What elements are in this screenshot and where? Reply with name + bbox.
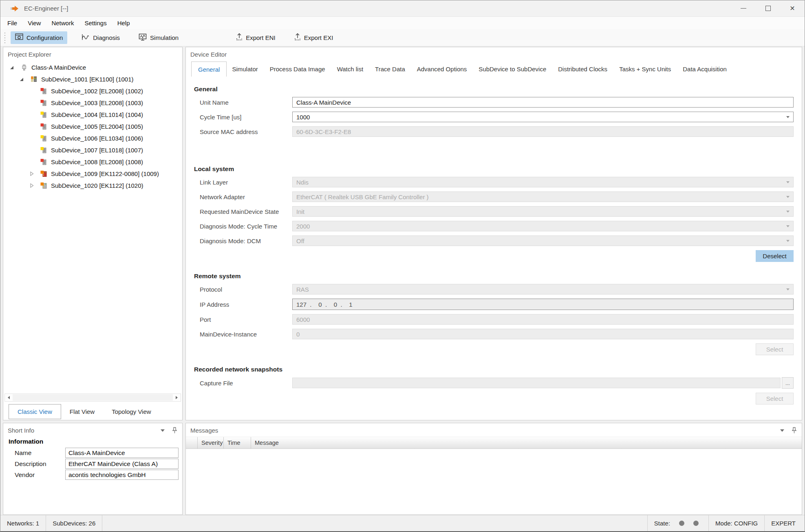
export-icon xyxy=(236,33,243,42)
tab-distributed-clocks[interactable]: Distributed Clocks xyxy=(558,62,607,77)
ip-address-field[interactable]: 127 . 0 . 0 . 1 xyxy=(292,299,794,310)
column-header-severity[interactable]: Severity xyxy=(198,437,224,448)
tree-item[interactable]: SubDevice_1008 [EL2008] (1008) xyxy=(3,156,182,168)
expander-placeholder xyxy=(28,147,35,154)
tree-item[interactable]: SubDevice_1005 [EL2004] (1005) xyxy=(3,121,182,132)
form-row: IP Address127 . 0 . 0 . 1 xyxy=(194,299,794,310)
view-tab-topology-view[interactable]: Topology View xyxy=(103,404,159,419)
tree-item[interactable]: SubDevice_1004 [EL1014] (1004) xyxy=(3,109,182,121)
maindevice-icon xyxy=(20,64,28,71)
column-header-time[interactable]: Time xyxy=(224,437,251,448)
form-row: Requested MainDevice StateInit xyxy=(194,206,794,217)
form-row: Unit NameClass-A MainDevice xyxy=(194,97,794,108)
configuration-icon xyxy=(15,33,23,42)
view-tab-flat-view[interactable]: Flat View xyxy=(61,404,103,419)
export-eni-button[interactable]: Export ENI xyxy=(232,31,280,44)
tree-item[interactable]: SubDevice_1020 [EK1122] (1020) xyxy=(3,180,182,191)
horizontal-scrollbar[interactable] xyxy=(4,394,181,402)
simulation-icon xyxy=(139,33,147,42)
menu-network[interactable]: Network xyxy=(46,18,79,28)
field-value: 6000 xyxy=(296,316,310,323)
tab-data-acquisition[interactable]: Data Acquisition xyxy=(683,62,727,77)
expert-badge: EXPERT xyxy=(765,515,805,531)
field-label: Network Adapter xyxy=(200,193,292,200)
collapse-panel-icon[interactable] xyxy=(161,429,165,432)
browse-button[interactable]: ... xyxy=(782,377,794,389)
deselect-button[interactable]: Deselect xyxy=(756,250,794,262)
tree-item[interactable]: SubDevice_1009 [EK1122-0080] (1009) xyxy=(3,168,182,180)
unit-name-field[interactable]: Class-A MainDevice xyxy=(292,97,794,108)
tab-trace-data[interactable]: Trace Data xyxy=(375,62,405,77)
short-info-label: Name xyxy=(15,449,65,457)
junction-gray-icon xyxy=(40,182,47,189)
tab-tasks-sync-units[interactable]: Tasks + Sync Units xyxy=(619,62,671,77)
form-row: Port6000 xyxy=(194,314,794,325)
field-label: Link Layer xyxy=(200,179,292,186)
tree-item-label: Class-A MainDevice xyxy=(31,64,86,71)
export-exi-button[interactable]: Export EXI xyxy=(290,31,338,44)
menu-view[interactable]: View xyxy=(22,18,46,28)
cycle-time-us--dropdown[interactable]: 1000 xyxy=(292,112,794,122)
tree-item[interactable]: SubDevice_1003 [EL2008] (1003) xyxy=(3,97,182,109)
menu-settings[interactable]: Settings xyxy=(79,18,112,28)
tab-process-data-image[interactable]: Process Data Image xyxy=(270,62,325,77)
tree-item[interactable]: SubDevice_1001 [EK1100] (1001) xyxy=(3,73,182,85)
port-field: 6000 xyxy=(292,314,794,325)
expander-collapsed-icon[interactable] xyxy=(28,182,35,189)
expander-expanded-icon[interactable] xyxy=(8,64,15,71)
scrollbar-thumb[interactable] xyxy=(13,394,173,401)
tree-item[interactable]: Class-A MainDevice xyxy=(3,62,182,73)
pin-icon[interactable] xyxy=(172,427,177,434)
tree-item[interactable]: SubDevice_1006 [EL1034] (1006) xyxy=(3,132,182,144)
tree-item[interactable]: SubDevice_1002 [EL2008] (1002) xyxy=(3,85,182,97)
project-explorer-title: Project Explorer xyxy=(3,47,182,59)
networks-count: Networks: 1 xyxy=(0,515,46,531)
scroll-left-arrow[interactable] xyxy=(5,394,13,401)
section-header: Recorded network snapshots xyxy=(194,366,794,373)
column-header-message[interactable]: Message xyxy=(251,437,305,448)
form-row: Capture File... xyxy=(194,377,794,389)
diagnosis-mode-dcm-dropdown: Off xyxy=(292,235,794,246)
diagnosis-mode-cycle-time-dropdown: 2000 xyxy=(292,221,794,231)
junction-red-icon xyxy=(40,170,47,177)
collapse-panel-icon[interactable] xyxy=(780,429,784,432)
tab-advanced-options[interactable]: Advanced Options xyxy=(417,62,467,77)
simulation-button[interactable]: Simulation xyxy=(134,31,183,44)
project-explorer-tree: Class-A MainDeviceSubDevice_1001 [EK1100… xyxy=(3,62,182,191)
form-row: Network AdapterEtherCAT ( Realtek USB Gb… xyxy=(194,191,794,202)
tree-item-label: SubDevice_1002 [EL2008] (1002) xyxy=(51,88,143,95)
tab-subdevice-to-subdevice[interactable]: SubDevice to SubDevice xyxy=(479,62,546,77)
expander-collapsed-icon[interactable] xyxy=(28,171,35,177)
tab-general[interactable]: General xyxy=(191,62,227,77)
dropdown-caret-icon xyxy=(786,225,790,227)
menu-help[interactable]: Help xyxy=(112,18,135,28)
expander-expanded-icon[interactable] xyxy=(18,76,25,83)
tree-item[interactable]: SubDevice_1007 [EL1018] (1007) xyxy=(3,144,182,156)
requested-maindevice-state-dropdown: Init xyxy=(292,206,794,217)
tab-simulator[interactable]: Simulator xyxy=(232,62,258,77)
menu-file[interactable]: File xyxy=(2,18,22,28)
device-editor-title: Device Editor xyxy=(186,47,802,59)
field-label: Source MAC address xyxy=(200,128,292,135)
dropdown-caret-icon xyxy=(786,211,790,213)
scroll-right-arrow[interactable] xyxy=(173,394,181,401)
expander-placeholder xyxy=(28,123,35,130)
device-editor-panel: Device Editor GeneralSimulatorProcess Da… xyxy=(185,47,802,420)
section-header: Remote system xyxy=(194,273,794,280)
pin-icon[interactable] xyxy=(792,427,797,434)
close-button[interactable]: ✕ xyxy=(780,0,805,16)
short-info-label: Description xyxy=(15,460,65,468)
tab-watch-list[interactable]: Watch list xyxy=(337,62,363,77)
toolbar-grip[interactable] xyxy=(4,32,6,43)
app-window: EC-Engineer [--] ✕ FileViewNetworkSettin… xyxy=(0,0,805,532)
short-info-value: EtherCAT MainDevice (Class A) xyxy=(65,459,179,469)
configuration-button[interactable]: Configuration xyxy=(11,31,67,44)
tree-item-label: SubDevice_1020 [EK1122] (1020) xyxy=(51,182,143,189)
maximize-button[interactable] xyxy=(756,0,780,16)
minimize-button[interactable] xyxy=(731,0,756,16)
protocol-dropdown: RAS xyxy=(292,284,794,295)
toolbar: ConfigurationDiagnosisSimulation Export … xyxy=(0,29,805,46)
view-tab-classic-view[interactable]: Classic View xyxy=(9,404,61,419)
diagnosis-button[interactable]: Diagnosis xyxy=(77,31,124,44)
field-value: RAS xyxy=(296,286,309,293)
